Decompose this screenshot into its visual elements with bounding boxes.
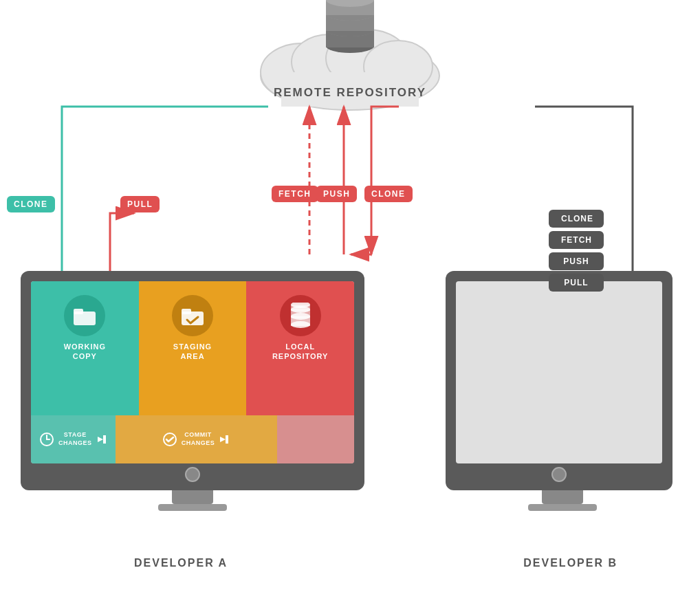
staging-area-icon (172, 295, 213, 336)
svg-point-15 (326, 7, 374, 21)
svg-point-13 (326, 23, 374, 36)
svg-rect-11 (326, 30, 374, 47)
svg-marker-37 (220, 437, 226, 442)
clone-left-badge: CLONE (7, 196, 55, 212)
svg-marker-34 (98, 437, 103, 442)
fetch-badge: FETCH (272, 186, 318, 202)
working-copy-label: WORKING COPY (64, 342, 106, 362)
local-repo-label: LOCAL REPOSITORY (272, 342, 329, 362)
dev-b-pull-badge: PULL (549, 274, 604, 292)
push-badge: PUSH (316, 186, 357, 202)
svg-rect-21 (74, 309, 83, 314)
dev-b-push-badge: PUSH (549, 252, 604, 270)
svg-point-16 (326, 7, 374, 21)
local-repo-section: LOCAL REPOSITORY (246, 281, 354, 415)
svg-rect-35 (103, 435, 106, 444)
svg-rect-38 (226, 435, 228, 444)
local-repo-icon (280, 295, 321, 336)
svg-text:REMOTE REPOSITORY: REMOTE REPOSITORY (274, 86, 426, 99)
svg-point-8 (364, 41, 433, 93)
staging-area-label: STAGING AREA (173, 342, 212, 362)
svg-rect-17 (326, 0, 374, 15)
staging-area-section: STAGING AREA (139, 281, 247, 415)
svg-point-5 (261, 43, 343, 101)
svg-rect-23 (182, 309, 191, 314)
clone-right-badge: CLONE (364, 186, 413, 202)
working-copy-icon (64, 295, 105, 336)
developer-b-label: DEVELOPER B (523, 557, 617, 569)
dev-b-fetch-badge: FETCH (549, 231, 604, 249)
svg-rect-14 (326, 14, 374, 31)
developer-b-badges: CLONE FETCH PUSH PULL (549, 210, 604, 292)
svg-point-7 (326, 30, 408, 87)
dev-b-clone-badge: CLONE (549, 210, 604, 228)
monitor-developer-b (446, 271, 679, 511)
commit-changes-label: COMMITCHANGES (182, 431, 215, 447)
svg-point-10 (326, 39, 374, 53)
stage-changes-label: STAGECHANGES (58, 431, 92, 447)
diagram-container: REMOTE REPOSITORY CLONE PULL (0, 0, 700, 590)
svg-point-12 (326, 23, 374, 36)
svg-point-6 (292, 34, 367, 89)
monitor-developer-a: WORKING COPY STAGING AREA (21, 271, 364, 511)
svg-rect-9 (281, 72, 419, 107)
svg-point-4 (261, 41, 439, 110)
svg-point-18 (326, 0, 374, 7)
pull-badge: PULL (120, 196, 160, 212)
working-copy-section: WORKING COPY (31, 281, 139, 415)
developer-a-label: DEVELOPER A (134, 557, 228, 569)
